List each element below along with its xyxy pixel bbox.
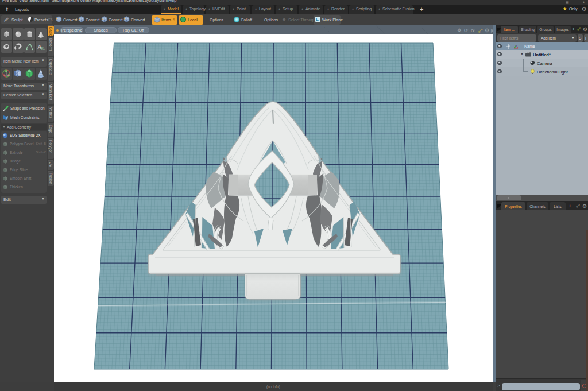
svg-text:&: & xyxy=(41,45,45,51)
